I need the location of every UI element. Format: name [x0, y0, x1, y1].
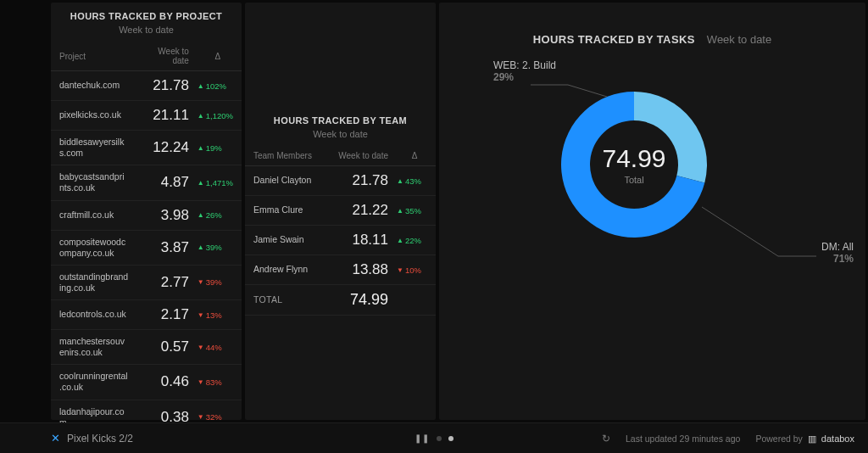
donut-svg [549, 80, 719, 249]
pager-dot-active[interactable] [448, 436, 453, 441]
team-member-delta: ▲22% [393, 226, 436, 255]
project-table: Project Week to date Δ dantechuk.com21.7… [51, 43, 242, 435]
board-name: Pixel Kicks 2/2 [67, 433, 133, 445]
team-member-name: Daniel Clayton [245, 166, 323, 196]
table-row: ledcontrols.co.uk2.17▼13% [51, 300, 242, 330]
databox-logo-icon: ▥ [808, 433, 816, 444]
panel-hours-by-team: HOURS TRACKED BY TEAM Week to date Team … [245, 3, 436, 420]
team-table: Team Members Week to date Δ Daniel Clayt… [245, 148, 436, 316]
total-value: 74.99 [323, 285, 393, 316]
team-member-name: Emma Clure [245, 196, 323, 226]
table-row: Andrew Flynn13.88▼10% [245, 255, 436, 285]
project-name: craftmill.co.uk [51, 200, 131, 230]
table-row: outstandingbranding.co.uk2.77▼39% [51, 265, 242, 299]
team-member-value: 21.22 [323, 196, 393, 226]
project-name: outstandingbranding.co.uk [51, 265, 131, 299]
table-row: compositewoodcompany.co.uk3.87▲39% [51, 230, 242, 265]
panel-hours-by-tasks: HOURS TRACKED BY TASKS Week to date WEB:… [439, 3, 865, 420]
project-delta: ▼83% [194, 365, 242, 400]
table-total-row: TOTAL74.99 [245, 285, 436, 316]
col-delta: Δ [194, 43, 242, 71]
col-week-to-date: Week to date [131, 43, 193, 71]
last-updated: Last updated 29 minutes ago [626, 433, 740, 444]
project-value: 0.46 [131, 365, 193, 400]
project-value: 2.77 [131, 265, 193, 299]
project-delta: ▲102% [194, 71, 242, 101]
donut-chart: WEB: 2. Build 29% 74.99 Total DM: All 71… [439, 46, 865, 420]
panel-title: HOURS TRACKED BY PROJECT [51, 3, 242, 21]
table-row: Daniel Clayton21.78▲43% [245, 166, 436, 196]
project-delta: ▼39% [194, 265, 242, 299]
team-member-value: 18.11 [323, 226, 393, 255]
slice-label-dm-all: DM: All 71% [821, 241, 854, 266]
table-row: manchestersouvenirs.co.uk0.57▼44% [51, 330, 242, 365]
team-member-delta: ▲35% [393, 196, 436, 226]
project-name: babycastsandprints.co.uk [51, 165, 131, 200]
project-value: 0.57 [131, 330, 193, 365]
panel-title: HOURS TRACKED BY TEAM [245, 107, 436, 126]
project-value: 12.24 [131, 131, 193, 165]
donut-slice [634, 92, 707, 182]
table-row: dantechuk.com21.78▲102% [51, 71, 242, 101]
powered-by-label: Powered by [755, 433, 802, 444]
project-name: coolrunningrental.co.uk [51, 365, 131, 400]
project-value: 21.11 [131, 101, 193, 131]
project-delta: ▲39% [194, 230, 242, 265]
project-delta: ▲1,120% [194, 101, 242, 131]
project-delta: ▲1,471% [194, 165, 242, 200]
project-name: ledcontrols.co.uk [51, 300, 131, 330]
col-week-to-date: Week to date [323, 148, 393, 166]
project-name: dantechuk.com [51, 71, 131, 101]
team-member-delta: ▼10% [393, 255, 436, 285]
project-value: 3.87 [131, 230, 193, 265]
footer-bar: ✕ Pixel Kicks 2/2 ❚❚ ↻ Last updated 29 m… [0, 422, 868, 453]
panel-hours-by-project: HOURS TRACKED BY PROJECT Week to date Pr… [51, 3, 242, 420]
table-row: pixelkicks.co.uk21.11▲1,120% [51, 101, 242, 131]
team-member-value: 13.88 [323, 255, 393, 285]
team-member-name: Andrew Flynn [245, 255, 323, 285]
col-project: Project [51, 43, 131, 71]
table-row: biddlesawyersilks.com12.24▲19% [51, 131, 242, 165]
project-delta: ▲19% [194, 131, 242, 165]
team-member-name: Jamie Swain [245, 226, 323, 255]
pager-dot[interactable] [437, 436, 442, 441]
project-name: pixelkicks.co.uk [51, 101, 131, 131]
table-row: craftmill.co.uk3.98▲26% [51, 200, 242, 230]
project-value: 2.17 [131, 300, 193, 330]
project-value: 21.78 [131, 71, 193, 101]
project-value: 3.98 [131, 200, 193, 230]
panel-subtitle: Week to date [245, 129, 436, 139]
col-team-members: Team Members [245, 148, 323, 166]
project-name: biddlesawyersilks.com [51, 131, 131, 165]
table-row: babycastsandprints.co.uk4.87▲1,471% [51, 165, 242, 200]
slice-label-web-build: WEB: 2. Build 29% [493, 59, 556, 84]
project-name: compositewoodcompany.co.uk [51, 230, 131, 265]
databox-brand[interactable]: databox [821, 433, 854, 444]
project-name: manchestersouvenirs.co.uk [51, 330, 131, 365]
team-member-value: 21.78 [323, 166, 393, 196]
table-row: Emma Clure21.22▲35% [245, 196, 436, 226]
project-delta: ▼44% [194, 330, 242, 365]
panel-subtitle: Week to date [51, 25, 242, 35]
refresh-icon[interactable]: ↻ [602, 433, 610, 445]
col-delta: Δ [393, 148, 436, 166]
pause-button[interactable]: ❚❚ [415, 433, 430, 443]
table-row: Jamie Swain18.11▲22% [245, 226, 436, 255]
table-row: coolrunningrental.co.uk0.46▼83% [51, 365, 242, 400]
project-delta: ▼13% [194, 300, 242, 330]
panel-title: HOURS TRACKED BY TASKS [533, 33, 695, 46]
team-member-delta: ▲43% [393, 166, 436, 196]
panel-subtitle: Week to date [707, 33, 771, 46]
board-icon: ✕ [51, 432, 60, 445]
project-delta: ▲26% [194, 200, 242, 230]
total-label: TOTAL [245, 285, 323, 316]
project-value: 4.87 [131, 165, 193, 200]
